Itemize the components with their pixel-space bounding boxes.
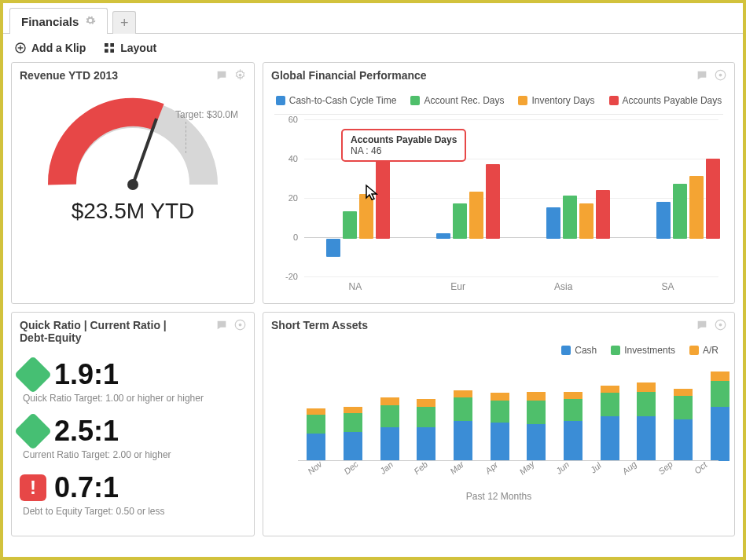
layout-icon (103, 42, 116, 54)
bar-segment (417, 399, 435, 407)
bar-segment (711, 407, 729, 461)
stacked-bar[interactable] (380, 397, 399, 461)
gear-icon[interactable] (715, 319, 726, 334)
ratio-row: 2.5:1 (20, 415, 246, 448)
stacked-bar[interactable] (637, 382, 656, 461)
bar-segment (527, 401, 546, 424)
gear-icon[interactable] (234, 69, 246, 84)
bar[interactable] (343, 211, 357, 239)
bar[interactable] (546, 207, 560, 239)
stacked-bar[interactable] (601, 386, 619, 461)
svg-point-11 (239, 324, 242, 327)
comment-icon[interactable] (215, 319, 228, 334)
bar[interactable] (453, 203, 467, 239)
stacked-bar[interactable] (344, 407, 362, 461)
add-klip-button[interactable]: Add a Klip (14, 42, 86, 54)
x-category: Jun (554, 459, 573, 478)
x-category: Jul (588, 460, 605, 477)
stacked-bar[interactable] (491, 393, 509, 461)
comment-icon[interactable] (696, 69, 708, 84)
y-tick: -20 (285, 272, 298, 281)
layout-button[interactable]: Layout (103, 42, 156, 54)
bar[interactable] (436, 233, 450, 240)
legend-item[interactable]: Cash-to-Cash Cycle Time (276, 95, 397, 106)
x-axis-label: Past 12 Months (271, 489, 726, 502)
ratio-value: 1.9:1 (54, 358, 119, 391)
svg-rect-3 (105, 43, 108, 47)
legend-swatch (561, 346, 571, 355)
legend-swatch (611, 346, 620, 355)
gear-icon[interactable] (715, 69, 726, 84)
panel-title: Quick Ratio | Current Ratio | Debt-Equit… (20, 319, 177, 344)
bar[interactable] (656, 202, 671, 240)
bar[interactable] (326, 239, 340, 257)
bar-segment (344, 407, 362, 413)
bar-segment (344, 413, 362, 432)
legend-swatch (609, 96, 619, 105)
legend-item[interactable]: Inventory Days (518, 95, 594, 106)
tab-label: Financials (21, 15, 79, 28)
global-chart: -200204060 NAEurAsiaSA Accounts Payable … (274, 114, 723, 295)
legend-swatch (689, 346, 699, 355)
bar-segment (564, 392, 582, 400)
chart-tooltip: Accounts Payable Days NA : 46 (341, 129, 466, 162)
gauge-value-label: $23.5M YTD (20, 199, 246, 224)
bar-segment (417, 427, 435, 461)
tooltip-val: 46 (371, 145, 381, 156)
short-term-panel: Short Term Assets CashInvestmentsA/R Nov… (263, 312, 735, 536)
legend-label: Cash (575, 345, 597, 356)
bar-segment (564, 399, 582, 421)
bar-segment (454, 421, 472, 461)
gear-icon[interactable] (234, 319, 246, 334)
bar-group (436, 164, 500, 239)
gear-icon[interactable] (85, 15, 96, 28)
stacked-bar[interactable] (527, 392, 546, 461)
chart-legend: CashInvestmentsA/R (271, 345, 726, 356)
stacked-bar[interactable] (454, 390, 472, 461)
revenue-gauge: Target: $30.0M $23.5M YTD (20, 90, 246, 224)
stacked-bar[interactable] (307, 408, 325, 461)
bar-segment (491, 423, 509, 461)
x-category: Jan (377, 459, 396, 478)
stacked-bar[interactable] (674, 389, 693, 461)
bar[interactable] (706, 159, 720, 240)
bar[interactable] (673, 184, 687, 239)
ratio-row: !0.7:1 (20, 471, 246, 504)
x-category: Nov (306, 459, 325, 479)
bar-segment (711, 372, 729, 381)
bar-segment (527, 424, 546, 461)
alert-bad-icon: ! (20, 474, 46, 501)
svg-rect-5 (105, 49, 108, 53)
bar-group (656, 159, 720, 240)
legend-item[interactable]: Investments (611, 345, 675, 356)
svg-rect-6 (111, 49, 115, 53)
layout-label: Layout (120, 42, 156, 54)
bar-segment (307, 408, 325, 415)
bar[interactable] (596, 190, 610, 240)
svg-point-7 (239, 74, 242, 77)
tab-bar: Financials + (3, 3, 743, 34)
bar[interactable] (579, 203, 593, 239)
legend-item[interactable]: Cash (561, 345, 597, 356)
stacked-bar[interactable] (564, 392, 582, 461)
comment-icon[interactable] (696, 319, 708, 334)
svg-point-9 (127, 179, 138, 190)
tab-financials[interactable]: Financials (9, 8, 108, 34)
bar[interactable] (469, 192, 483, 239)
svg-point-13 (719, 74, 722, 77)
stacked-bar[interactable] (417, 399, 435, 461)
legend-item[interactable]: A/R (689, 345, 718, 356)
legend-item[interactable]: Accounts Payable Days (609, 95, 722, 106)
stacked-bar[interactable] (711, 372, 729, 461)
bar[interactable] (689, 176, 704, 239)
x-category: Feb (413, 459, 432, 478)
bar[interactable] (563, 196, 577, 239)
x-category: Apr (483, 459, 502, 478)
bar[interactable] (486, 164, 500, 239)
legend-swatch (518, 96, 527, 105)
add-tab-button[interactable]: + (112, 11, 136, 34)
x-category: Sep (656, 459, 676, 479)
comment-icon[interactable] (215, 69, 228, 84)
legend-item[interactable]: Account Rec. Days (410, 95, 504, 106)
bar-segment (601, 393, 619, 416)
